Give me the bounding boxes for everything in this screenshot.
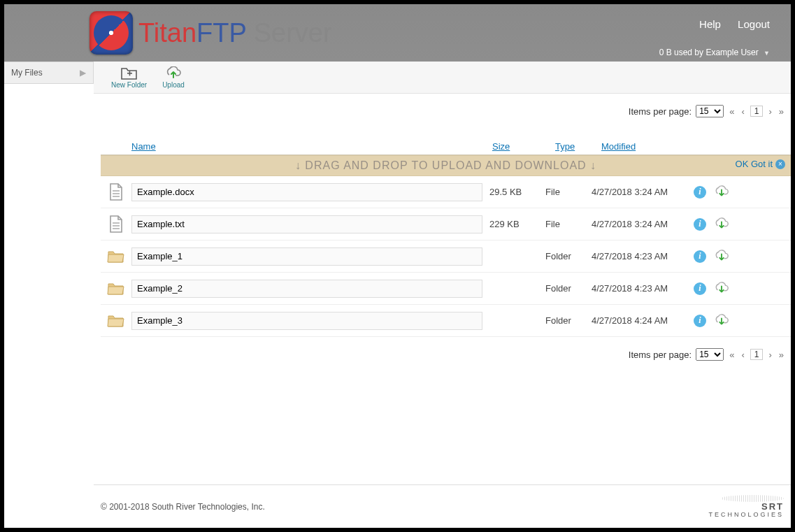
file-size: 29.5 KB — [482, 187, 545, 197]
file-type: File — [545, 219, 592, 229]
file-size: 229 KB — [482, 219, 545, 229]
table-row: 29.5 KBFile4/27/2018 3:24 AMi — [101, 176, 791, 208]
pager-top: Items per page: 15 « ‹ 1 › » — [101, 94, 791, 124]
file-type: Folder — [545, 251, 592, 261]
brand-part1: Titan — [138, 18, 196, 48]
folder-icon — [101, 249, 131, 264]
download-icon[interactable] — [713, 314, 730, 328]
folder-icon — [101, 281, 131, 296]
chevron-right-icon: ▶ — [80, 68, 86, 78]
file-name-input[interactable] — [131, 247, 482, 266]
pager-next[interactable]: › — [767, 350, 773, 360]
items-per-page-label: Items per page: — [629, 106, 692, 117]
main-panel: New Folder Upload Items per page: 15 « ‹… — [94, 62, 791, 528]
logout-link[interactable]: Logout — [738, 18, 770, 30]
items-per-page-select[interactable]: 15 — [696, 105, 724, 117]
usage-info: 0 B used by Example User ▼ — [659, 48, 770, 57]
app-logo: TitanFTP Server — [89, 11, 332, 55]
items-per-page-label: Items per page: — [629, 350, 692, 360]
items-per-page-select[interactable]: 15 — [696, 348, 724, 361]
info-icon[interactable]: i — [694, 315, 706, 327]
pager-prev[interactable]: ‹ — [740, 350, 745, 360]
file-modified: 4/27/2018 3:24 AM — [592, 219, 689, 229]
table-row: 229 KBFile4/27/2018 3:24 AMi — [101, 208, 791, 240]
brand-part2: FTP — [196, 18, 246, 48]
body: My Files ▶ New Folder Upload — [4, 62, 791, 528]
pager-current: 1 — [750, 349, 764, 360]
file-modified: 4/27/2018 4:24 AM — [592, 315, 689, 326]
banner-dismiss[interactable]: OK Got it × — [736, 159, 785, 169]
folder-icon — [101, 313, 131, 329]
table-row: Folder4/27/2018 4:23 AMi — [101, 273, 791, 305]
table-row: Folder4/27/2018 4:23 AMi — [101, 240, 791, 273]
info-icon[interactable]: i — [694, 282, 706, 295]
col-name[interactable]: Name — [131, 141, 492, 152]
pager-prev[interactable]: ‹ — [740, 106, 745, 117]
col-modified[interactable]: Modified — [601, 141, 699, 152]
drag-drop-banner: ↓ DRAG AND DROP TO UPLOAD AND DOWNLOAD ↓… — [101, 155, 791, 176]
pager-next[interactable]: › — [767, 106, 773, 117]
username-dropdown[interactable]: Example User ▼ — [706, 48, 770, 57]
upload-button[interactable]: Upload — [162, 66, 185, 89]
upload-label: Upload — [162, 81, 185, 89]
brand-part3: Server — [246, 18, 331, 48]
download-icon[interactable] — [713, 217, 730, 231]
header-links: Help Logout — [685, 18, 770, 30]
file-type: Folder — [545, 315, 592, 326]
content: Items per page: 15 « ‹ 1 › » Name Size T… — [94, 94, 791, 368]
sidebar-item-myfiles[interactable]: My Files ▶ — [4, 62, 94, 84]
file-icon — [101, 215, 131, 233]
new-folder-icon — [120, 66, 138, 81]
pager-last[interactable]: » — [778, 106, 785, 117]
col-type[interactable]: Type — [555, 141, 601, 152]
header-bar: TitanFTP Server Help Logout 0 B used by … — [4, 4, 791, 62]
download-icon[interactable] — [713, 250, 730, 264]
app-window: TitanFTP Server Help Logout 0 B used by … — [4, 4, 791, 528]
info-icon[interactable]: i — [694, 218, 706, 231]
pager-last[interactable]: » — [778, 350, 785, 360]
sidebar: My Files ▶ — [4, 62, 94, 528]
pager-current: 1 — [750, 106, 764, 117]
file-type: Folder — [545, 283, 592, 294]
footer: © 2001-2018 South River Technologies, In… — [94, 484, 791, 528]
new-folder-button[interactable]: New Folder — [111, 66, 147, 89]
table-header: Name Size Type Modified — [101, 124, 791, 155]
toolbar: New Folder Upload — [94, 62, 791, 94]
upload-icon — [164, 66, 182, 81]
logo-icon — [89, 11, 133, 55]
file-icon — [101, 183, 131, 201]
file-modified: 4/27/2018 4:23 AM — [592, 283, 689, 294]
file-name-input[interactable] — [131, 312, 482, 330]
file-modified: 4/27/2018 4:23 AM — [592, 251, 689, 261]
table-row: Folder4/27/2018 4:24 AMi — [101, 305, 791, 337]
pager-first[interactable]: « — [728, 106, 736, 117]
col-size[interactable]: Size — [492, 141, 555, 152]
info-icon[interactable]: i — [694, 250, 706, 263]
file-list: 29.5 KBFile4/27/2018 3:24 AMi229 KBFile4… — [101, 176, 791, 337]
file-name-input[interactable] — [131, 183, 482, 201]
srt-logo: SRT TECHNOLOGIES — [708, 495, 784, 518]
file-type: File — [545, 187, 592, 197]
info-icon[interactable]: i — [694, 186, 706, 199]
file-modified: 4/27/2018 3:24 AM — [592, 187, 689, 197]
close-icon: × — [775, 159, 785, 169]
logo-text: TitanFTP Server — [138, 18, 332, 48]
usage-text: 0 B used by — [659, 48, 703, 57]
banner-text: ↓ DRAG AND DROP TO UPLOAD AND DOWNLOAD ↓ — [295, 159, 596, 171]
new-folder-label: New Folder — [111, 81, 147, 89]
download-icon[interactable] — [713, 185, 730, 199]
chevron-down-icon: ▼ — [764, 50, 770, 57]
file-name-input[interactable] — [131, 215, 482, 233]
help-link[interactable]: Help — [699, 18, 721, 30]
file-name-input[interactable] — [131, 280, 482, 298]
pager-first[interactable]: « — [728, 350, 736, 360]
copyright: © 2001-2018 South River Technologies, In… — [101, 502, 265, 512]
sidebar-item-label: My Files — [11, 68, 43, 78]
pager-bottom: Items per page: 15 « ‹ 1 › » — [101, 337, 791, 368]
svg-rect-1 — [129, 71, 130, 76]
download-icon[interactable] — [713, 282, 730, 296]
